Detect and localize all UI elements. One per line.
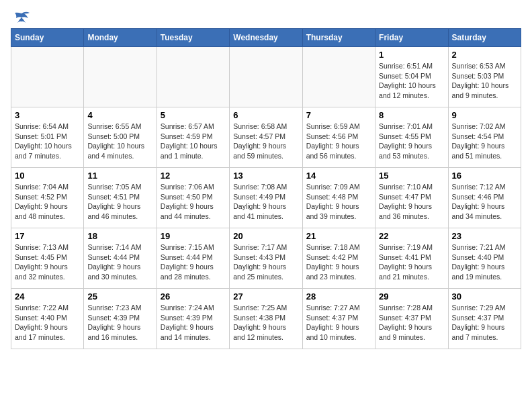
day-detail: Sunrise: 7:08 AMSunset: 4:49 PMDaylight:… [233, 182, 298, 222]
day-number: 29 [379, 291, 444, 302]
week-row-4: 17Sunrise: 7:13 AMSunset: 4:45 PMDayligh… [11, 228, 521, 289]
day-number: 15 [379, 171, 444, 181]
day-detail: Sunrise: 7:04 AMSunset: 4:52 PMDaylight:… [15, 182, 80, 222]
day-number: 21 [306, 231, 371, 241]
day-detail: Sunrise: 6:57 AMSunset: 4:59 PMDaylight:… [161, 122, 226, 161]
day-number: 16 [452, 171, 517, 181]
day-detail: Sunrise: 7:05 AMSunset: 4:51 PMDaylight:… [87, 182, 152, 222]
day-detail: Sunrise: 6:54 AMSunset: 5:01 PMDaylight:… [15, 122, 80, 161]
day-detail: Sunrise: 6:59 AMSunset: 4:56 PMDaylight:… [306, 122, 371, 161]
calendar-cell: 15Sunrise: 7:10 AMSunset: 4:47 PMDayligh… [375, 168, 448, 228]
weekday-header-tuesday: Tuesday [157, 29, 229, 47]
day-number: 25 [87, 291, 152, 302]
weekday-header-thursday: Thursday [302, 29, 375, 47]
weekday-header-monday: Monday [84, 29, 157, 47]
calendar-cell: 6Sunrise: 6:58 AMSunset: 4:57 PMDaylight… [230, 107, 302, 168]
day-number: 8 [379, 110, 444, 120]
day-detail: Sunrise: 6:55 AMSunset: 5:00 PMDaylight:… [87, 122, 152, 161]
calendar-cell: 10Sunrise: 7:04 AMSunset: 4:52 PMDayligh… [11, 168, 84, 228]
weekday-header-friday: Friday [375, 29, 448, 47]
day-number: 30 [452, 291, 517, 302]
calendar-cell: 4Sunrise: 6:55 AMSunset: 5:00 PMDaylight… [84, 107, 157, 168]
day-detail: Sunrise: 7:17 AMSunset: 4:43 PMDaylight:… [233, 242, 298, 282]
day-detail: Sunrise: 7:21 AMSunset: 4:40 PMDaylight:… [452, 242, 517, 282]
day-detail: Sunrise: 7:10 AMSunset: 4:47 PMDaylight:… [379, 182, 444, 222]
weekday-header-saturday: Saturday [448, 29, 521, 47]
day-number: 2 [452, 50, 517, 60]
calendar-body: 1Sunrise: 6:51 AMSunset: 5:04 PMDaylight… [11, 47, 521, 349]
day-detail: Sunrise: 7:06 AMSunset: 4:50 PMDaylight:… [161, 182, 226, 222]
calendar-cell: 18Sunrise: 7:14 AMSunset: 4:44 PMDayligh… [84, 228, 157, 289]
calendar-cell: 16Sunrise: 7:12 AMSunset: 4:46 PMDayligh… [448, 168, 521, 228]
calendar-cell: 29Sunrise: 7:28 AMSunset: 4:37 PMDayligh… [375, 289, 448, 349]
day-number: 7 [306, 110, 371, 120]
day-number: 5 [161, 110, 226, 120]
week-row-5: 24Sunrise: 7:22 AMSunset: 4:40 PMDayligh… [11, 289, 521, 349]
week-row-2: 3Sunrise: 6:54 AMSunset: 5:01 PMDaylight… [11, 107, 521, 168]
calendar-cell: 11Sunrise: 7:05 AMSunset: 4:51 PMDayligh… [84, 168, 157, 228]
day-number: 22 [379, 231, 444, 241]
logo-bird-icon [12, 11, 31, 26]
day-detail: Sunrise: 7:29 AMSunset: 4:37 PMDaylight:… [452, 303, 517, 342]
day-detail: Sunrise: 7:28 AMSunset: 4:37 PMDaylight:… [379, 303, 444, 342]
calendar-cell: 12Sunrise: 7:06 AMSunset: 4:50 PMDayligh… [157, 168, 229, 228]
week-row-3: 10Sunrise: 7:04 AMSunset: 4:52 PMDayligh… [11, 168, 521, 228]
calendar-cell: 7Sunrise: 6:59 AMSunset: 4:56 PMDaylight… [302, 107, 375, 168]
day-detail: Sunrise: 7:23 AMSunset: 4:39 PMDaylight:… [87, 303, 152, 342]
day-detail: Sunrise: 7:14 AMSunset: 4:44 PMDaylight:… [87, 242, 152, 282]
calendar-cell: 17Sunrise: 7:13 AMSunset: 4:45 PMDayligh… [11, 228, 84, 289]
day-number: 9 [452, 110, 517, 120]
calendar-cell [302, 47, 375, 107]
calendar-cell: 19Sunrise: 7:15 AMSunset: 4:44 PMDayligh… [157, 228, 229, 289]
weekday-header-wednesday: Wednesday [230, 29, 302, 47]
day-detail: Sunrise: 7:12 AMSunset: 4:46 PMDaylight:… [452, 182, 517, 222]
calendar-cell: 5Sunrise: 6:57 AMSunset: 4:59 PMDaylight… [157, 107, 229, 168]
day-number: 13 [233, 171, 298, 181]
day-number: 1 [379, 50, 444, 60]
calendar-cell: 9Sunrise: 7:02 AMSunset: 4:54 PMDaylight… [448, 107, 521, 168]
day-number: 28 [306, 291, 371, 302]
calendar-cell [84, 47, 157, 107]
weekday-header-sunday: Sunday [11, 29, 84, 47]
day-number: 4 [87, 110, 152, 120]
day-number: 3 [15, 110, 80, 120]
calendar-cell: 8Sunrise: 7:01 AMSunset: 4:55 PMDaylight… [375, 107, 448, 168]
day-detail: Sunrise: 7:13 AMSunset: 4:45 PMDaylight:… [15, 242, 80, 282]
calendar-cell: 2Sunrise: 6:53 AMSunset: 5:03 PMDaylight… [448, 47, 521, 107]
calendar-cell: 28Sunrise: 7:27 AMSunset: 4:37 PMDayligh… [302, 289, 375, 349]
calendar-cell [157, 47, 229, 107]
calendar-cell: 23Sunrise: 7:21 AMSunset: 4:40 PMDayligh… [448, 228, 521, 289]
calendar-cell: 22Sunrise: 7:19 AMSunset: 4:41 PMDayligh… [375, 228, 448, 289]
day-detail: Sunrise: 7:02 AMSunset: 4:54 PMDaylight:… [452, 122, 517, 161]
day-detail: Sunrise: 7:27 AMSunset: 4:37 PMDaylight:… [306, 303, 371, 342]
day-number: 11 [87, 171, 152, 181]
day-number: 27 [233, 291, 298, 302]
day-number: 18 [87, 231, 152, 241]
day-number: 20 [233, 231, 298, 241]
calendar-cell: 25Sunrise: 7:23 AMSunset: 4:39 PMDayligh… [84, 289, 157, 349]
day-number: 17 [15, 231, 80, 241]
calendar-cell [230, 47, 302, 107]
calendar-cell: 20Sunrise: 7:17 AMSunset: 4:43 PMDayligh… [230, 228, 302, 289]
day-detail: Sunrise: 7:01 AMSunset: 4:55 PMDaylight:… [379, 122, 444, 161]
day-number: 26 [161, 291, 226, 302]
day-detail: Sunrise: 6:58 AMSunset: 4:57 PMDaylight:… [233, 122, 298, 161]
calendar-cell: 14Sunrise: 7:09 AMSunset: 4:48 PMDayligh… [302, 168, 375, 228]
weekday-header-row: SundayMondayTuesdayWednesdayThursdayFrid… [11, 29, 521, 47]
calendar-cell: 30Sunrise: 7:29 AMSunset: 4:37 PMDayligh… [448, 289, 521, 349]
calendar-cell: 1Sunrise: 6:51 AMSunset: 5:04 PMDaylight… [375, 47, 448, 107]
calendar-cell [11, 47, 84, 107]
day-number: 10 [15, 171, 80, 181]
day-number: 19 [161, 231, 226, 241]
day-detail: Sunrise: 7:24 AMSunset: 4:39 PMDaylight:… [161, 303, 226, 342]
day-detail: Sunrise: 7:15 AMSunset: 4:44 PMDaylight:… [161, 242, 226, 282]
day-detail: Sunrise: 6:51 AMSunset: 5:04 PMDaylight:… [379, 61, 444, 101]
day-detail: Sunrise: 7:22 AMSunset: 4:40 PMDaylight:… [15, 303, 80, 342]
calendar-header: SundayMondayTuesdayWednesdayThursdayFrid… [11, 29, 521, 47]
logo [11, 11, 31, 23]
calendar-cell: 27Sunrise: 7:25 AMSunset: 4:38 PMDayligh… [230, 289, 302, 349]
day-detail: Sunrise: 7:19 AMSunset: 4:41 PMDaylight:… [379, 242, 444, 282]
calendar-cell: 24Sunrise: 7:22 AMSunset: 4:40 PMDayligh… [11, 289, 84, 349]
calendar-cell: 21Sunrise: 7:18 AMSunset: 4:42 PMDayligh… [302, 228, 375, 289]
calendar-cell: 13Sunrise: 7:08 AMSunset: 4:49 PMDayligh… [230, 168, 302, 228]
